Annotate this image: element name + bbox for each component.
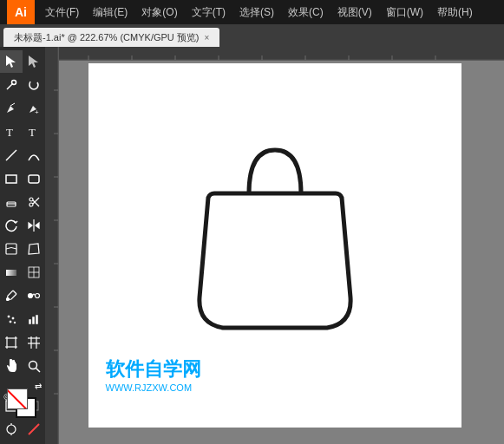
tool-row-eyedropper xyxy=(0,284,45,307)
rounded-rect-tool[interactable] xyxy=(23,167,45,190)
svg-point-33 xyxy=(14,322,16,323)
tool-row-rotate xyxy=(0,214,45,237)
svg-rect-37 xyxy=(7,338,16,347)
menu-text[interactable]: 文字(T) xyxy=(185,0,232,24)
reflect-tool[interactable] xyxy=(23,214,45,237)
selection-tool[interactable] xyxy=(0,50,23,73)
svg-point-32 xyxy=(10,321,11,323)
tab-close-button[interactable]: × xyxy=(205,33,210,42)
menu-object[interactable]: 对象(O) xyxy=(134,0,184,24)
svg-marker-19 xyxy=(36,223,39,228)
tab-bar: 未标题-1.ai* @ 222.67% (CMYK/GPU 预览) × xyxy=(0,24,504,47)
svg-point-30 xyxy=(8,316,10,317)
watermark: 软件自学网 WWW.RJZXW.COM xyxy=(106,356,201,393)
blend-tool[interactable] xyxy=(23,284,45,307)
tool-row-eraser xyxy=(0,191,45,213)
tool-row-wand xyxy=(0,74,45,96)
color-controls: ⇄ ◎ xyxy=(2,382,43,392)
tool-row-selection xyxy=(0,50,45,73)
tool-row-type: T T xyxy=(0,121,45,143)
tool-row-shape xyxy=(0,167,45,190)
tool-row-line xyxy=(0,144,45,166)
vertical-type-tool[interactable]: T xyxy=(23,121,45,143)
watermark-text-sub: WWW.RJZXW.COM xyxy=(106,382,201,393)
column-graph-tool[interactable] xyxy=(23,308,45,330)
horizontal-ruler xyxy=(45,47,504,61)
svg-line-57 xyxy=(29,424,39,434)
svg-rect-9 xyxy=(6,175,16,183)
free-distort-tool[interactable] xyxy=(23,238,45,260)
vertical-ruler xyxy=(45,47,59,444)
artboard: 软件自学网 WWW.RJZXW.COM xyxy=(88,63,461,428)
menu-edit[interactable]: 编辑(E) xyxy=(86,0,134,24)
eyedropper-tool[interactable] xyxy=(0,284,23,307)
rotate-tool[interactable] xyxy=(0,214,23,237)
change-screen-mode[interactable] xyxy=(0,418,23,441)
fill-color-box[interactable] xyxy=(7,388,28,409)
svg-rect-34 xyxy=(29,319,31,324)
svg-point-31 xyxy=(12,317,14,319)
svg-text:+: + xyxy=(35,108,39,115)
svg-line-4 xyxy=(10,103,15,106)
eraser-tool[interactable] xyxy=(0,191,23,213)
svg-marker-21 xyxy=(29,244,39,254)
svg-point-28 xyxy=(29,294,33,298)
menu-bar: 文件(F) 编辑(E) 对象(O) 文字(T) 选择(S) 效果(C) 视图(V… xyxy=(38,0,497,24)
svg-text:T: T xyxy=(6,126,13,139)
zoom-tool[interactable] xyxy=(23,355,45,377)
title-bar: Ai 文件(F) 编辑(E) 对象(O) 文字(T) 选择(S) 效果(C) 视… xyxy=(0,0,504,24)
bag-illustration xyxy=(175,124,375,349)
mesh-tool[interactable] xyxy=(23,261,45,284)
canvas-area[interactable]: 软件自学网 WWW.RJZXW.COM xyxy=(45,47,504,444)
svg-rect-22 xyxy=(6,270,16,276)
gradient-tool[interactable] xyxy=(0,261,23,284)
swap-colors-button[interactable]: ⇄ xyxy=(35,382,42,391)
svg-point-13 xyxy=(29,198,33,201)
svg-point-3 xyxy=(12,81,16,85)
toolbar: + T T xyxy=(0,47,45,444)
tool-row-warp xyxy=(0,238,45,260)
menu-window[interactable]: 窗口(W) xyxy=(379,0,430,24)
menu-effect[interactable]: 效果(C) xyxy=(281,0,331,24)
menu-file[interactable]: 文件(F) xyxy=(38,0,86,24)
add-anchor-tool[interactable]: + xyxy=(23,97,45,120)
arc-tool[interactable] xyxy=(23,144,45,166)
hand-tool[interactable] xyxy=(0,355,23,377)
type-tool[interactable]: T xyxy=(0,121,23,143)
lasso-tool[interactable] xyxy=(23,74,45,96)
slice-tool[interactable] xyxy=(23,331,45,354)
menu-help[interactable]: 帮助(H) xyxy=(430,0,480,24)
main-area: + T T xyxy=(0,47,504,444)
document-tab[interactable]: 未标题-1.ai* @ 222.67% (CMYK/GPU 预览) × xyxy=(3,28,219,47)
tool-row-hand xyxy=(0,355,45,377)
tool-row-symbol xyxy=(0,308,45,330)
svg-point-54 xyxy=(7,425,16,434)
menu-view[interactable]: 视图(V) xyxy=(331,0,379,24)
pen-tool[interactable] xyxy=(0,97,23,120)
diagonal-icon xyxy=(23,418,45,441)
warp-tool[interactable] xyxy=(0,238,23,260)
symbol-sprayer-tool[interactable] xyxy=(0,308,23,330)
svg-rect-20 xyxy=(6,244,16,254)
direct-selection-tool[interactable] xyxy=(23,50,45,73)
svg-line-26 xyxy=(13,291,16,294)
watermark-text-main: 软件自学网 xyxy=(106,356,201,382)
artboard-tool[interactable] xyxy=(0,331,23,354)
svg-rect-10 xyxy=(29,175,39,183)
tool-row-artboard xyxy=(0,331,45,354)
menu-select[interactable]: 选择(S) xyxy=(232,0,281,24)
tool-row-gradient xyxy=(0,261,45,284)
svg-text:T: T xyxy=(29,126,36,139)
rectangle-tool[interactable] xyxy=(0,167,23,190)
svg-marker-0 xyxy=(6,56,16,68)
magic-wand-tool[interactable] xyxy=(0,74,23,96)
svg-point-27 xyxy=(7,298,10,301)
svg-rect-35 xyxy=(32,317,35,324)
scissors-tool[interactable] xyxy=(23,191,45,213)
screen-mode-row xyxy=(0,418,45,441)
line-tool[interactable] xyxy=(0,144,23,166)
tab-label: 未标题-1.ai* @ 222.67% (CMYK/GPU 预览) xyxy=(14,31,200,44)
svg-marker-18 xyxy=(29,223,32,228)
svg-line-51 xyxy=(36,369,41,373)
svg-line-8 xyxy=(6,150,16,160)
